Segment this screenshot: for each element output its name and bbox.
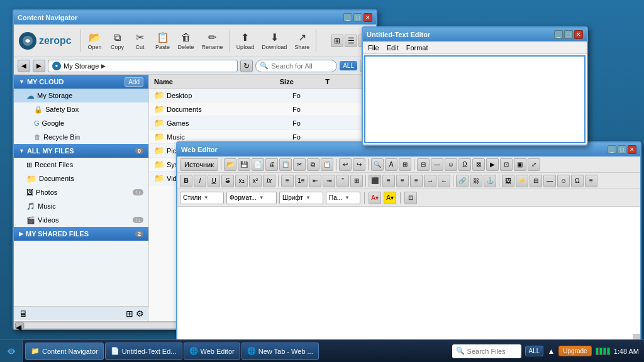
styles-dropdown[interactable]: Стили ▼ [180, 192, 224, 204]
sidebar-item-google[interactable]: G Google [14, 116, 148, 130]
start-button[interactable] [0, 340, 23, 363]
share-button[interactable]: ↗ Share [292, 30, 312, 52]
sidebar-item-photos[interactable]: 🖼 Photos ↑↓ [14, 185, 148, 199]
iframe-button[interactable]: ⊡ [500, 158, 513, 171]
tv-icon[interactable]: 🖥 [19, 309, 28, 319]
view-list-button[interactable]: ☰ [345, 35, 357, 47]
link-button[interactable]: 🔗 [456, 175, 469, 187]
search-input[interactable] [271, 62, 321, 70]
font-color-button[interactable]: A▾ [369, 192, 381, 204]
window-icon[interactable]: ⊞ [126, 309, 133, 319]
remove-format-button[interactable]: Ix [263, 175, 275, 187]
outdent-button[interactable]: ⇤ [309, 175, 321, 187]
sidebar-item-music[interactable]: 🎵 Music [14, 199, 148, 213]
smiley-button[interactable]: ☺ [445, 158, 457, 171]
insert-char-button[interactable]: ⊡ [404, 192, 417, 204]
refresh-button[interactable]: ↻ [240, 60, 253, 72]
hline-button[interactable]: — [431, 158, 443, 171]
open-file-button[interactable]: 📂 [224, 158, 236, 171]
directionality-rtl-button[interactable]: ← [438, 175, 450, 187]
scroll-left-button[interactable]: ◀ [15, 322, 24, 329]
menu-edit[interactable]: Edit [387, 44, 399, 52]
open-button[interactable]: 📂 Open [85, 30, 105, 52]
creatediv-button[interactable]: ⊞ [350, 175, 363, 187]
paste2-button[interactable]: 📋 [321, 158, 333, 171]
print-preview-button[interactable]: 🖨 [265, 158, 278, 171]
media-button[interactable]: ▶ [486, 158, 499, 171]
table-button[interactable]: ⊟ [417, 158, 430, 171]
sidebar-item-documents[interactable]: 📁 Documents [14, 172, 148, 185]
file-row[interactable]: 📁 Games Fo [149, 116, 376, 130]
taskbar-all-button[interactable]: ALL [525, 346, 544, 356]
align-justify-button[interactable]: ≡ [410, 175, 423, 187]
special-char2-button[interactable]: Ω [571, 175, 584, 187]
maximize-button[interactable]: □ [353, 13, 362, 22]
align-right-button[interactable]: ≡ [396, 175, 409, 187]
show-blocks-button[interactable]: ▣ [514, 158, 526, 171]
sidebar-item-videos[interactable]: 🎬 Videos ↑↓ [14, 213, 148, 227]
back-button[interactable]: ◀ [18, 60, 30, 72]
ordered-list-button[interactable]: 1≡ [295, 175, 308, 187]
pagebreak-button[interactable]: ⊠ [472, 158, 485, 171]
cut2-button[interactable]: ✂ [293, 158, 306, 171]
taskbar-search-input[interactable] [467, 348, 518, 355]
te-minimize-button[interactable]: _ [554, 30, 563, 39]
save-as-button[interactable]: 📄 [252, 158, 264, 171]
hline2-button[interactable]: — [543, 175, 556, 187]
cut-button[interactable]: ✂ Cut [130, 30, 150, 52]
address-input[interactable]: ● My Storage ▶ [48, 60, 238, 72]
close-button[interactable]: ✕ [364, 13, 372, 22]
sidebar-item-safety-box[interactable]: 🔒 Safety Box [14, 102, 148, 116]
menu-format[interactable]: Format [406, 44, 428, 52]
undo-button[interactable]: ↩ [339, 158, 352, 171]
download-button[interactable]: ⬇ Download [259, 30, 289, 52]
forward-button[interactable]: ▶ [33, 60, 45, 72]
add-cloud-button[interactable]: Add [125, 77, 143, 87]
maximize-editor-button[interactable]: ⤢ [528, 158, 540, 171]
flash-button[interactable]: ⚡ [516, 175, 528, 187]
format-button[interactable]: ⊞ [399, 158, 411, 171]
taskbar-btn-text-editor[interactable]: 📄 Untitled-Text Ed... [105, 343, 182, 360]
spellcheck-button[interactable]: A [385, 158, 397, 171]
redo-button[interactable]: ↪ [353, 158, 365, 171]
paste-button[interactable]: 📋 Paste [153, 30, 173, 52]
directionality-ltr-button[interactable]: → [424, 175, 436, 187]
te-close-button[interactable]: ✕ [574, 30, 583, 39]
table2-button[interactable]: ⊟ [530, 175, 542, 187]
minimize-button[interactable]: _ [343, 13, 352, 22]
file-row[interactable]: 📁 Documents Fo [149, 102, 376, 116]
sidebar-item-recent-files[interactable]: ⊞ Recent Files [14, 158, 148, 172]
unordered-list-button[interactable]: ≡ [281, 175, 294, 187]
text-editor-body[interactable] [364, 55, 586, 143]
find-button[interactable]: 🔍 [371, 158, 384, 171]
upload-button[interactable]: ⬆ Upload [234, 30, 257, 52]
bold-button[interactable]: B [180, 175, 192, 187]
view-grid-button[interactable]: ⊞ [331, 35, 343, 47]
settings-icon[interactable]: ⚙ [136, 309, 144, 319]
blockquote-button[interactable]: " [336, 175, 349, 187]
bg-color-button[interactable]: A▾ [384, 192, 396, 204]
we-close-button[interactable]: ✕ [628, 145, 636, 154]
templates-button[interactable]: 📋 [279, 158, 292, 171]
image-button[interactable]: 🖼 [502, 175, 514, 187]
menu-file[interactable]: File [368, 44, 379, 52]
rename-button[interactable]: ✏ Rename [199, 30, 226, 52]
delete-button[interactable]: 🗑 Delete [175, 30, 197, 52]
format-dropdown[interactable]: Формат... ▼ [226, 192, 277, 204]
upgrade-button[interactable]: Upgrade [558, 346, 591, 356]
underline-button[interactable]: U [208, 175, 220, 187]
size-dropdown[interactable]: Па... ▼ [326, 192, 360, 204]
source-button[interactable]: Источник [180, 158, 218, 171]
subscript-button[interactable]: x₂ [235, 175, 248, 187]
taskbar-btn-content-navigator[interactable]: 📁 Content Navigator [25, 343, 104, 360]
anchor-button[interactable]: ⚓ [484, 175, 496, 187]
sidebar-item-recycle-bin[interactable]: 🗑 Recycle Bin [14, 130, 148, 144]
italic-button[interactable]: I [194, 175, 206, 187]
align-left-button[interactable]: ⬛ [369, 175, 381, 187]
indent-button[interactable]: ⇥ [323, 175, 335, 187]
special-char-button[interactable]: Ω [458, 158, 471, 171]
superscript-button[interactable]: x² [249, 175, 262, 187]
strikethrough-button[interactable]: S [221, 175, 234, 187]
we-maximize-button[interactable]: □ [618, 145, 626, 154]
sidebar-item-my-storage[interactable]: ☁ My Storage [14, 89, 148, 102]
